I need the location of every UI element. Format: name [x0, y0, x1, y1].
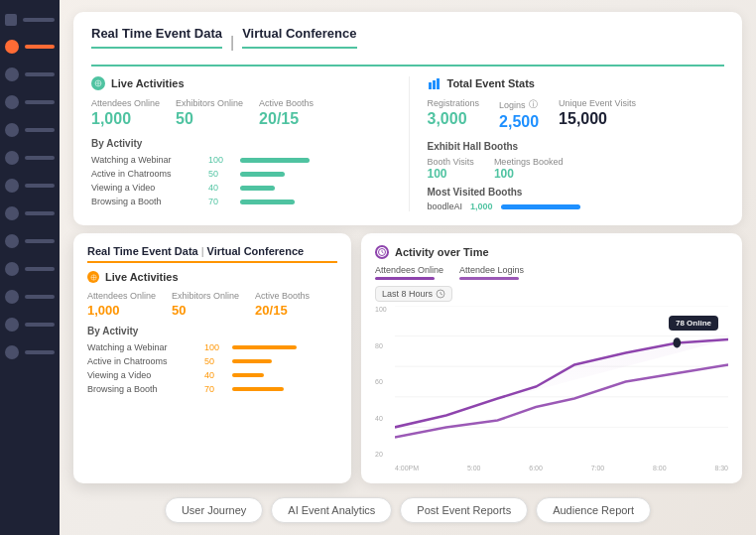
clock-icon [375, 245, 389, 259]
exhibit-section: Exhibit Hall Booths Booth Visits 100 Mee… [428, 141, 725, 211]
activity-row-video: Viewing a Video 40 [91, 183, 389, 193]
chart-area: 100 80 60 40 20 [375, 306, 728, 471]
activity-card-title: Activity over Time [395, 246, 489, 258]
sidebar-icon-image[interactable] [5, 179, 55, 193]
legend-logins-label: Attendee Logins [459, 265, 524, 275]
meetings-booked-value: 100 [494, 167, 564, 181]
second-booths-value: 20/15 [255, 303, 310, 318]
y-label-20: 20 [375, 451, 387, 458]
legend-logins: Attendee Logins [459, 265, 524, 280]
sidebar-icon-hexagon[interactable] [5, 262, 55, 276]
globe-icon [91, 76, 105, 90]
second-value-webinar: 100 [204, 342, 224, 352]
logins-stat: Logins ⓘ 2,500 [499, 98, 539, 131]
registrations-value: 3,000 [428, 110, 480, 128]
registrations-label: Registrations [428, 98, 480, 108]
online-badge: 78 Online [669, 316, 718, 331]
x-label-4: 7:00 [591, 465, 605, 471]
tab-ai-event-analytics[interactable]: AI Event Analytics [271, 497, 392, 523]
activity-card: Activity over Time Attendees Online Atte… [361, 233, 742, 483]
sidebar-icon-user[interactable] [5, 206, 55, 220]
sidebar-icon-bell[interactable] [5, 234, 55, 248]
sidebar-icon-copy[interactable] [5, 345, 55, 359]
meetings-booked-label: Meetings Booked [494, 157, 564, 167]
live-activities-title: Live Activities [111, 77, 185, 89]
second-by-activity-title: By Activity [87, 326, 337, 336]
orange-globe-icon [87, 271, 99, 283]
right-stats-row: Registrations 3,000 Logins ⓘ 2,500 Uniqu… [428, 98, 725, 131]
activity-bar-chatrooms [240, 172, 285, 177]
most-visited-section: Most Visited Booths boodleAI 1,000 [428, 187, 725, 211]
second-card-subtitle: Virtual Conference [207, 245, 305, 257]
second-label-webinar: Watching a Webinar [87, 342, 196, 352]
most-visited-row: boodleAI 1,000 [428, 201, 725, 211]
second-value-chatrooms: 50 [204, 356, 224, 366]
chart-controls: Last 8 Hours [375, 286, 728, 302]
second-label-chatrooms: Active in Chatrooms [87, 356, 196, 366]
second-stats-row: Attendees Online 1,000 Exhibitors Online… [87, 291, 337, 318]
exhibitors-online-stat: Exhibitors Online 50 [176, 98, 243, 128]
sidebar-icon-comment[interactable] [5, 151, 55, 165]
activity-label-video: Viewing a Video [91, 183, 200, 193]
second-activity-booth: Browsing a Booth 70 [87, 384, 337, 394]
second-card: Real Time Event Data | Virtual Conferenc… [73, 233, 351, 483]
second-bar-video [232, 373, 264, 377]
activity-bar-booth [240, 200, 295, 204]
x-label-3: 6:00 [529, 465, 543, 471]
attendees-online-stat: Attendees Online 1,000 [91, 98, 160, 128]
second-live-title: Live Activities [105, 271, 179, 283]
activity-row-booth: Browsing a Booth 70 [91, 197, 389, 206]
exhibit-title: Exhibit Hall Booths [428, 141, 725, 152]
tab-post-event-reports[interactable]: Post Event Reports [400, 497, 528, 523]
sidebar-icon-monitor[interactable] [5, 40, 55, 54]
time-control[interactable]: Last 8 Hours [375, 286, 452, 302]
activity-row-chatrooms: Active in Chatrooms 50 [91, 169, 389, 179]
top-card: Real Time Event Data | Virtual Conferenc… [73, 12, 742, 225]
x-label-1: 4:00PM [395, 465, 419, 471]
booth-visits-label: Booth Visits [428, 157, 474, 167]
second-card-title: Real Time Event Data [87, 245, 198, 257]
sidebar-icon-font[interactable] [5, 318, 55, 332]
x-label-2: 5:00 [467, 465, 481, 471]
second-booths-label: Active Booths [255, 291, 310, 301]
left-section: Live Activities Attendees Online 1,000 E… [91, 76, 389, 211]
sidebar-icon-settings[interactable] [5, 14, 55, 26]
x-axis: 4:00PM 5:00 6:00 7:00 8:00 8:30 [395, 465, 728, 471]
attendees-online-label: Attendees Online [91, 98, 160, 108]
activity-value-video: 40 [208, 183, 232, 193]
sidebar-icon-dollar[interactable] [5, 290, 55, 304]
top-card-subtitle: Virtual Conference [242, 26, 356, 49]
sidebar-icon-chart[interactable] [5, 67, 55, 81]
x-label-6: 8:30 [714, 465, 728, 471]
second-bar-chatrooms [232, 359, 272, 363]
right-section: Total Event Stats Registrations 3,000 Lo… [409, 76, 725, 211]
legend-attendees-label: Attendees Online [375, 265, 443, 275]
sidebar-icon-layers[interactable] [5, 123, 55, 137]
tab-user-journey[interactable]: User Journey [165, 497, 263, 523]
second-exhibitors-label: Exhibitors Online [172, 291, 239, 301]
second-attendees-label: Attendees Online [87, 291, 156, 301]
by-activity-title: By Activity [91, 138, 389, 149]
exhibitors-online-label: Exhibitors Online [176, 98, 243, 108]
x-label-5: 8:00 [653, 465, 667, 471]
info-icon: ⓘ [529, 98, 538, 111]
second-value-video: 40 [204, 370, 224, 380]
by-activity-section: By Activity Watching a Webinar 100 Activ… [91, 138, 389, 206]
legend-attendees-line [375, 277, 435, 280]
main-content: Real Time Event Data | Virtual Conferenc… [60, 0, 756, 535]
active-booths-label: Active Booths [259, 98, 314, 108]
most-visited-value: 1,000 [470, 201, 493, 211]
sidebar-icon-cube[interactable] [5, 95, 55, 109]
meetings-booked-stat: Meetings Booked 100 [494, 157, 564, 181]
bottom-row: Real Time Event Data | Virtual Conferenc… [73, 233, 742, 483]
unique-visits-stat: Unique Event Visits 15,000 [559, 98, 636, 131]
active-booths-stat: Active Booths 20/15 [259, 98, 314, 128]
exhibitors-online-value: 50 [176, 110, 243, 128]
clock-small-icon [436, 289, 445, 299]
second-attendees-value: 1,000 [87, 303, 156, 318]
svg-rect-4 [433, 80, 436, 89]
attendees-online-value: 1,000 [91, 110, 160, 128]
activity-value-chatrooms: 50 [208, 169, 232, 179]
tab-audience-report[interactable]: Audience Report [536, 497, 651, 523]
activity-label-booth: Browsing a Booth [91, 197, 200, 206]
